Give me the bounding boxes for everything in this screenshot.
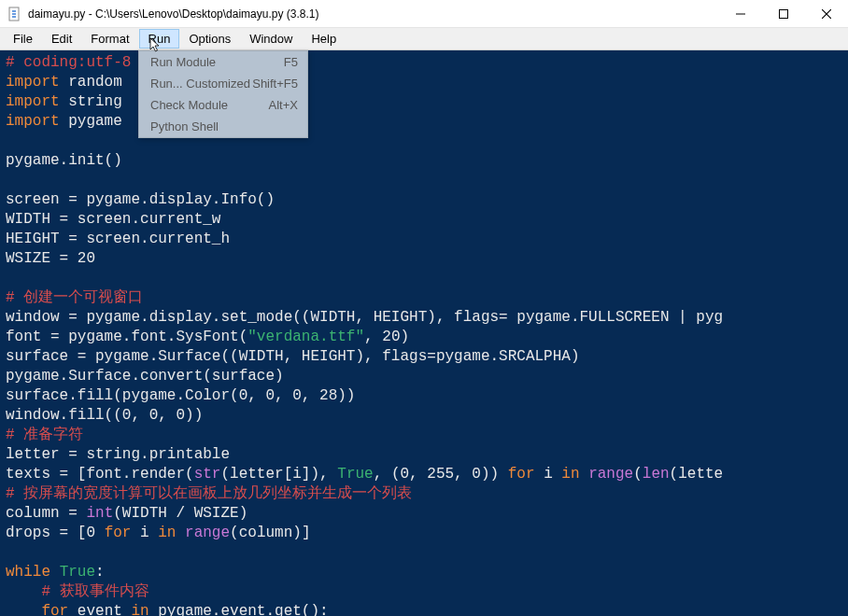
code-text [6,603,41,616]
code-line: WSIZE = 20 [6,250,95,267]
menu-python-shell[interactable]: Python Shell [139,116,307,137]
code-bool: True [337,466,373,483]
code-text: random [60,74,122,91]
code-text: (lette [670,466,724,483]
code-text: , 20) [364,329,409,345]
code-text [580,466,589,483]
code-builtin: range [185,525,230,541]
code-comment: # 获取事件内容 [6,583,149,600]
menu-window[interactable]: Window [240,29,302,49]
code-editor[interactable]: # coding:utf-8 import random import stri… [0,50,848,616]
code-text: pygame.event.get(): [149,603,329,616]
code-keyword: for [41,603,68,616]
code-line: window.fill((0, 0, 0)) [6,407,203,424]
svg-rect-2 [780,9,788,18]
menu-item-label: Check Module [150,98,269,112]
code-comment: # 准备字符 [6,427,83,443]
code-line: screen = pygame.display.Info() [6,191,275,208]
minimize-button[interactable] [719,0,762,28]
menu-item-label: Run Module [150,55,284,69]
code-keyword: import [6,74,60,91]
menu-item-shortcut: Alt+X [269,98,298,112]
menu-bar: File Edit Format Run Options Window Help [0,28,848,50]
menu-run-customized[interactable]: Run... Customized Shift+F5 [139,73,307,94]
code-text: (letter[i]), [220,466,337,483]
code-text: (column)] [230,525,310,541]
code-string: "verdana.ttf" [247,329,364,345]
code-keyword: in [131,603,148,616]
menu-item-label: Python Shell [150,119,298,133]
window-title: daimayu.py - C:\Users\Lenovo\Desktop\dai… [28,7,719,21]
code-text: : [95,564,105,581]
menu-help[interactable]: Help [302,29,346,49]
code-line: letter = string.printable [6,446,230,463]
menu-run[interactable]: Run [139,29,180,49]
code-text: column = [6,505,86,522]
code-keyword: for [508,466,535,483]
code-text: i [535,466,562,483]
code-line: WIDTH = screen.current_w [6,211,220,228]
code-builtin: range [588,466,633,483]
code-keyword: import [6,113,60,130]
code-line: surface.fill(pygame.Color(0, 0, 0, 28)) [6,387,355,404]
menu-run-module[interactable]: Run Module F5 [139,51,307,73]
code-text: , (0, 255, 0)) [374,466,508,483]
menu-run-label: Run [148,32,171,46]
menu-file[interactable]: File [4,29,42,49]
menu-item-shortcut: F5 [284,55,298,69]
code-line: surface = pygame.Surface((WIDTH, HEIGHT)… [6,348,580,365]
code-builtin: int [86,505,113,522]
title-bar: daimayu.py - C:\Users\Lenovo\Desktop\dai… [0,0,848,28]
run-menu-dropdown: Run Module F5 Run... Customized Shift+F5… [138,50,308,138]
code-line: window = pygame.display.set_mode((WIDTH,… [6,309,723,326]
code-text: i [131,525,158,541]
code-text [176,525,185,541]
maximize-button[interactable] [762,0,805,28]
code-line: # coding:utf-8 [6,54,131,71]
code-text: ( [633,466,643,483]
code-builtin: len [643,466,670,483]
menu-check-module[interactable]: Check Module Alt+X [139,94,307,116]
menu-item-label: Run... Customized [150,77,252,91]
code-text: font = pygame.font.SysFont( [6,329,247,345]
code-comment: # 按屏幕的宽度计算可以在画板上放几列坐标并生成一个列表 [6,485,412,502]
code-comment: # 创建一个可视窗口 [6,289,143,306]
code-text: pygame [60,113,122,130]
code-keyword: for [105,525,132,541]
code-text: drops = [0 [6,525,105,541]
code-text: event [68,603,131,616]
code-keyword: import [6,93,60,110]
code-text [50,564,60,581]
code-keyword: in [561,466,579,483]
close-button[interactable] [805,0,848,28]
code-keyword: in [158,525,176,541]
menu-item-shortcut: Shift+F5 [252,77,298,91]
python-file-icon [7,7,22,21]
menu-format[interactable]: Format [81,29,138,49]
code-line: pygame.init() [6,152,122,169]
code-text: string [60,93,122,110]
code-line: HEIGHT = screen.current_h [6,231,230,247]
code-line: pygame.Surface.convert(surface) [6,368,284,385]
menu-edit[interactable]: Edit [42,29,81,49]
menu-options[interactable]: Options [179,29,240,49]
window-controls [719,0,848,28]
code-text: texts = [font.render( [6,466,194,483]
code-text: (WIDTH / WSIZE) [113,505,247,522]
code-builtin: str [194,466,221,483]
code-keyword: while [6,564,50,581]
code-bool: True [60,564,95,581]
